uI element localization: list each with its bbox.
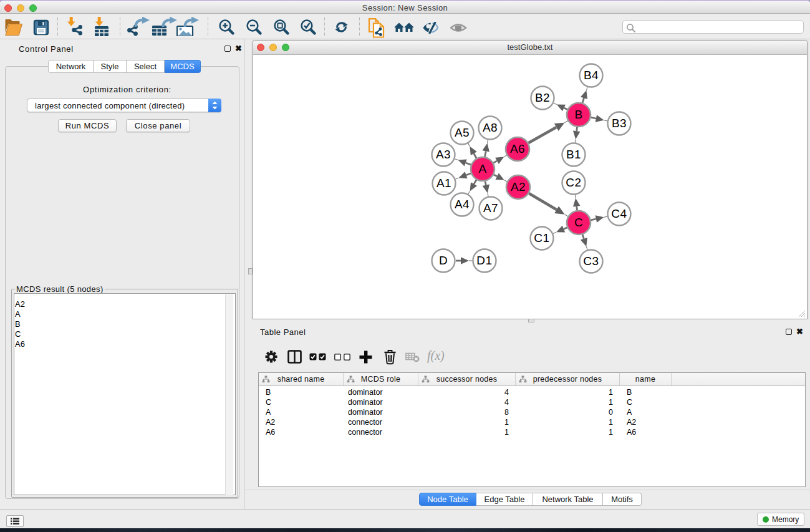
svg-text:B4: B4 <box>584 69 599 82</box>
svg-text:A7: A7 <box>483 201 498 215</box>
svg-text:D1: D1 <box>476 254 492 267</box>
svg-text:C3: C3 <box>583 254 599 268</box>
svg-text:B: B <box>574 108 582 121</box>
svg-text:C4: C4 <box>611 207 627 220</box>
svg-text:C1: C1 <box>534 231 549 244</box>
svg-text:A3: A3 <box>436 148 451 161</box>
svg-text:A2: A2 <box>511 180 526 193</box>
svg-text:D: D <box>439 254 448 267</box>
svg-text:A8: A8 <box>483 121 498 134</box>
svg-text:C: C <box>574 216 583 229</box>
svg-text:B2: B2 <box>535 91 550 104</box>
svg-text:A1: A1 <box>436 177 451 190</box>
svg-text:A6: A6 <box>510 142 525 155</box>
svg-text:B1: B1 <box>566 148 581 161</box>
svg-text:C2: C2 <box>566 176 581 189</box>
svg-text:A4: A4 <box>455 198 470 211</box>
svg-text:B3: B3 <box>612 117 627 130</box>
svg-text:A: A <box>478 162 486 175</box>
svg-text:A5: A5 <box>455 126 470 139</box>
